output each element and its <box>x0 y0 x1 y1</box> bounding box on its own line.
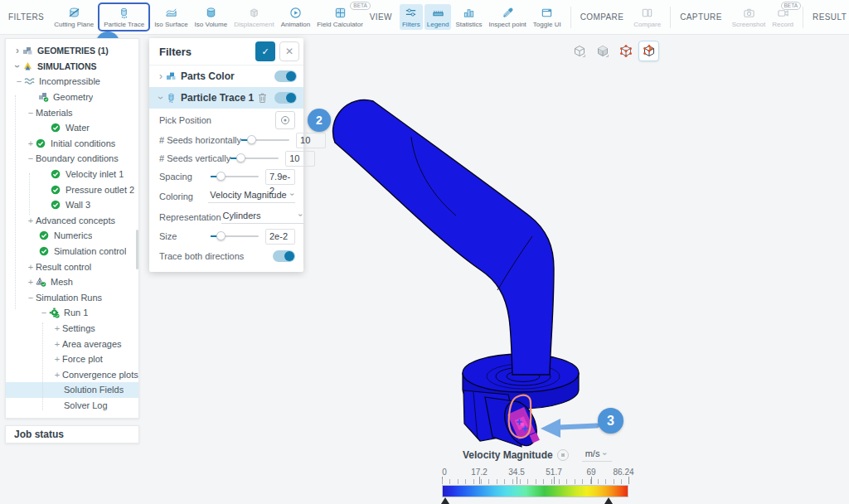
toolbar-button-label: Displacement <box>234 21 274 28</box>
tree-item-settings[interactable]: Settings <box>6 321 138 337</box>
render-mode-selected-cube-icon[interactable] <box>638 41 659 61</box>
tree-item-water[interactable]: Water <box>6 120 138 136</box>
expander-plus-icon[interactable] <box>26 278 36 286</box>
tree-item-result-control[interactable]: Result control <box>6 259 138 274</box>
seeds-horizontal-value[interactable]: 10 <box>296 133 326 148</box>
expander-plus-icon[interactable] <box>52 324 62 332</box>
pick-position-button[interactable] <box>275 111 295 129</box>
delete-filter-trash-icon[interactable] <box>257 92 268 104</box>
toolbar-button-screenshot[interactable]: Screenshot <box>730 4 768 30</box>
tree-item-boundary-conditions[interactable]: Boundary conditions <box>6 151 138 167</box>
check-icon <box>51 200 63 211</box>
toolbar-button-legend[interactable]: Legend <box>424 4 452 30</box>
filters-panel-header: Filters ✓ ✕ <box>149 38 303 65</box>
size-value[interactable]: 2e-2 <box>265 229 295 245</box>
annotation-arrow <box>541 419 597 438</box>
tree-item-run-1[interactable]: Run 1 <box>6 305 138 321</box>
tree-item-label: Advanced concepts <box>36 216 115 225</box>
seeds-horizontal-slider[interactable] <box>241 135 289 145</box>
toolbar-button-label: Inspect point <box>488 21 526 28</box>
tree-item-solution-fields[interactable]: Solution Fields <box>6 382 138 398</box>
expander-minus-icon[interactable] <box>39 308 49 317</box>
tree-item-geometries[interactable]: GEOMETRIES (1) <box>6 43 138 59</box>
tree-item-pressure-outlet-2[interactable]: Pressure outlet 2 <box>6 182 138 197</box>
tree-item-velocity-inlet-1[interactable]: Velocity inlet 1 <box>6 167 138 182</box>
parts-color-toggle[interactable] <box>274 70 297 82</box>
tree-item-label: Water <box>65 123 90 133</box>
tree-item-convergence-plots[interactable]: Convergence plots <box>6 366 138 382</box>
expander-plus-icon[interactable] <box>52 340 62 348</box>
tree-item-advanced-concepts[interactable]: Advanced concepts <box>6 213 138 229</box>
job-status-panel[interactable]: Job status <box>5 425 139 443</box>
chevron-right-icon[interactable] <box>156 72 166 80</box>
toolbar-button-displacement[interactable]: Displacement <box>231 4 276 30</box>
seeds-vertical-value[interactable]: 10 <box>285 151 315 167</box>
expander-plus-icon[interactable] <box>26 216 36 225</box>
tree-scrollbar-thumb[interactable] <box>136 230 138 269</box>
toolbar-button-animation[interactable]: Animation <box>279 4 313 30</box>
expander-plus-icon[interactable] <box>52 371 62 379</box>
close-panel-button[interactable]: ✕ <box>279 41 299 61</box>
toolbar-button-cutting-plane[interactable]: Cutting Plane <box>51 4 96 30</box>
tree-item-simulation-runs[interactable]: Simulation Runs <box>6 290 138 306</box>
size-slider[interactable] <box>211 231 259 241</box>
spacing-slider[interactable] <box>211 172 259 182</box>
tree-item-mesh[interactable]: Mesh <box>6 274 138 290</box>
tree-item-solver-log[interactable]: Solver Log <box>6 398 138 414</box>
simulation-tree-panel: GEOMETRIES (1) SIMULATIONS Incompressibl… <box>5 38 139 419</box>
chevron-right-icon[interactable] <box>12 46 22 55</box>
tree-item-incompressible[interactable]: Incompressible <box>6 74 138 90</box>
toolbar-button-compare[interactable]: Compare <box>631 4 663 30</box>
tree-item-simulation-control[interactable]: Simulation control <box>6 244 138 259</box>
colorbar-min-handle[interactable] <box>441 497 449 504</box>
expander-plus-icon[interactable] <box>26 263 36 271</box>
tree-item-area-averages[interactable]: Area averages <box>6 336 138 351</box>
expander-plus-icon[interactable] <box>26 139 36 148</box>
expander-minus-icon[interactable] <box>26 293 36 302</box>
tree-item-initial-conditions[interactable]: Initial conditions <box>6 136 138 152</box>
toolbar-button-toggle-ui[interactable]: Toggle UI <box>531 4 564 30</box>
chevron-down-icon[interactable] <box>12 62 22 70</box>
expander-minus-icon[interactable] <box>26 109 36 117</box>
check-icon <box>51 169 63 180</box>
legend-unit-select[interactable]: m/s › <box>582 448 612 462</box>
tree-item-geometry[interactable]: Geometry <box>6 90 138 105</box>
tree-item-numerics[interactable]: Numerics <box>6 228 138 244</box>
toolbar-button-particle-trace[interactable]: Particle Trace <box>101 4 147 30</box>
toolbar-button-label: Statistics <box>455 21 482 28</box>
tree-item-materials[interactable]: Materials <box>6 104 138 120</box>
filter-row-parts-color[interactable]: Parts Color <box>149 65 303 87</box>
representation-select[interactable]: Cylinders › <box>221 211 304 224</box>
trace-both-directions-toggle[interactable] <box>273 250 295 262</box>
expander-minus-icon[interactable] <box>26 154 36 162</box>
colorbar-max-handle[interactable] <box>604 497 613 504</box>
render-mode-wireframe-cube-icon[interactable] <box>569 41 589 61</box>
apply-filters-button[interactable]: ✓ <box>255 41 275 61</box>
toolbar-button-iso-volume[interactable]: Iso Volume <box>192 4 230 30</box>
annotation-number: 3 <box>607 414 614 429</box>
legend-icon <box>432 6 444 19</box>
toolbar-button-field-calculator[interactable]: BETA + Field Calculator <box>314 4 366 30</box>
tree-item-wall-3[interactable]: Wall 3 <box>6 197 138 213</box>
toolbar-button-record[interactable]: BETA Record <box>769 4 796 30</box>
toolbar-button-iso-surface[interactable]: Iso Surface <box>152 4 190 30</box>
tick-label: 34.5 <box>508 468 524 477</box>
particle-trace-toggle[interactable] <box>274 92 297 104</box>
seeds-vertical-slider[interactable] <box>230 153 279 163</box>
velocity-colorbar <box>442 485 628 497</box>
tree-item-force-plot[interactable]: Force plot <box>6 351 138 367</box>
toolbar-button-inspect-point[interactable]: Inspect point <box>486 4 528 30</box>
toolbar-button-filters[interactable]: Filters <box>400 4 423 30</box>
spacing-value[interactable]: 7.9e-2 <box>265 169 295 185</box>
coloring-select[interactable]: Velocity Magnitude › <box>208 190 295 203</box>
render-mode-nodes-cube-icon[interactable] <box>615 41 636 61</box>
render-mode-solid-cube-icon[interactable] <box>592 41 613 61</box>
toolbar-button-statistics[interactable]: Statistics <box>453 4 484 30</box>
expander-plus-icon[interactable] <box>52 355 62 363</box>
tree-item-label: Solution Fields <box>64 385 124 395</box>
filter-row-particle-trace-1[interactable]: Particle Trace 1 <box>149 87 303 109</box>
tree-item-simulations[interactable]: SIMULATIONS <box>6 59 138 75</box>
legend-settings-icon[interactable] <box>557 449 569 461</box>
chevron-down-icon[interactable] <box>156 94 166 102</box>
expander-minus-icon[interactable] <box>14 77 24 85</box>
